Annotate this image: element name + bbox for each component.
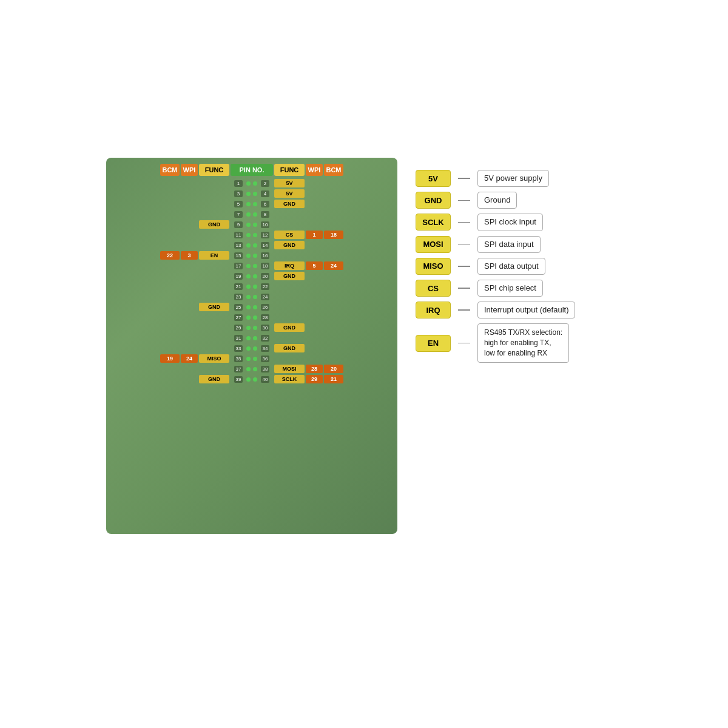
left-bcm [160,231,180,239]
left-wpi [181,272,198,280]
right-wpi [306,179,323,187]
right-wpi [306,220,323,229]
left-wpi [181,313,198,322]
legend-badge: EN [416,335,451,352]
right-func: MOSI [274,365,305,373]
right-pin-number: 4 [261,190,269,197]
pin-number-area: 1112 [231,232,273,238]
left-pin-number: 33 [234,345,243,352]
pin-row: 1718IRQ524 [160,261,343,271]
pin-dots [246,274,257,278]
left-pin-number: 35 [234,356,243,362]
right-dot [253,192,257,196]
left-bcm [160,272,180,280]
right-func [274,220,305,229]
main-container: BCM WPI FUNC PIN NO. FUNC WPI BCM 125V34… [0,0,728,728]
legend-connector-line [458,309,470,311]
right-pin-number: 10 [261,221,269,228]
left-pin-number: 13 [234,242,243,249]
left-pin-number: 3 [234,190,243,197]
left-pin-number: 7 [234,211,243,218]
left-dot [246,223,251,227]
pin-row: 345V [160,189,343,198]
left-bcm [160,210,180,218]
left-wpi [181,365,198,373]
right-func: GND [274,323,305,332]
left-bcm [160,241,180,249]
left-wpi [181,241,198,249]
left-wpi [181,200,198,208]
legend-connector-line [458,178,470,179]
right-bcm [324,354,343,363]
header-wpi-right: WPI [306,164,323,176]
right-func: CS [274,231,305,239]
right-pin-number: 38 [261,366,269,372]
left-func [199,261,229,270]
pin-dots [246,346,257,351]
pin-number-area: 910 [231,221,273,228]
legend-item: ENRS485 TX/RX selection: high for enabli… [416,323,622,362]
left-bcm [160,323,180,332]
right-dot [253,254,257,258]
pin-number-area: 1516 [231,252,273,259]
right-bcm [324,313,343,322]
right-dot [253,274,257,278]
right-wpi [306,323,323,332]
left-func [199,292,229,301]
pin-row: 2728 [160,312,343,322]
right-bcm [324,220,343,229]
legend-description: RS485 TX/RX selection: high for enabling… [477,323,569,362]
left-dot [246,285,251,289]
right-bcm [324,189,343,198]
left-pin-number: 31 [234,335,243,342]
pin-dots [246,243,257,248]
content-area: BCM WPI FUNC PIN NO. FUNC WPI BCM 125V34… [106,158,622,534]
right-pin-number: 30 [261,325,269,331]
pin-number-area: 3132 [231,335,273,342]
right-pin-number: 34 [261,345,269,352]
left-wpi [181,231,198,239]
left-pin-number: 1 [234,180,243,187]
left-dot [246,305,251,309]
right-dot [253,202,257,206]
left-pin-number: 5 [234,201,243,207]
header-pinno: PIN NO. [231,164,273,176]
right-wpi: 1 [306,231,323,239]
legend-item: MISOSPI data output [416,258,622,275]
right-dot [253,264,257,268]
pin-row: 1314GND [160,240,343,250]
right-bcm [324,251,343,260]
left-dot [246,264,251,268]
right-func: 5V [274,179,305,187]
left-dot [246,336,251,340]
left-bcm [160,189,180,198]
pin-dots [246,357,257,361]
right-pin-number: 24 [261,294,269,300]
pin-number-area: 34 [231,190,273,197]
right-wpi [306,241,323,249]
left-wpi [181,323,198,332]
left-func [199,200,229,208]
pin-dots [246,202,257,206]
legend-connector-line [458,266,470,267]
right-func: GND [274,241,305,249]
left-bcm [160,313,180,322]
right-func: 5V [274,189,305,198]
right-func [274,303,305,311]
pin-number-area: 2526 [231,304,273,311]
pin-row: 2122 [160,281,343,291]
pin-row: 2324 [160,292,343,302]
right-bcm [324,179,343,187]
left-wpi [181,303,198,311]
right-wpi: 29 [306,375,323,383]
pin-number-area: 78 [231,211,273,218]
left-pin-number: 15 [234,252,243,259]
legend-connector-line [458,200,470,201]
left-wpi [181,292,198,301]
right-dot [253,212,257,217]
left-dot [246,181,251,186]
left-bcm: 19 [160,354,180,363]
left-func [199,323,229,332]
right-pin-number: 6 [261,201,269,207]
left-dot [246,315,251,320]
